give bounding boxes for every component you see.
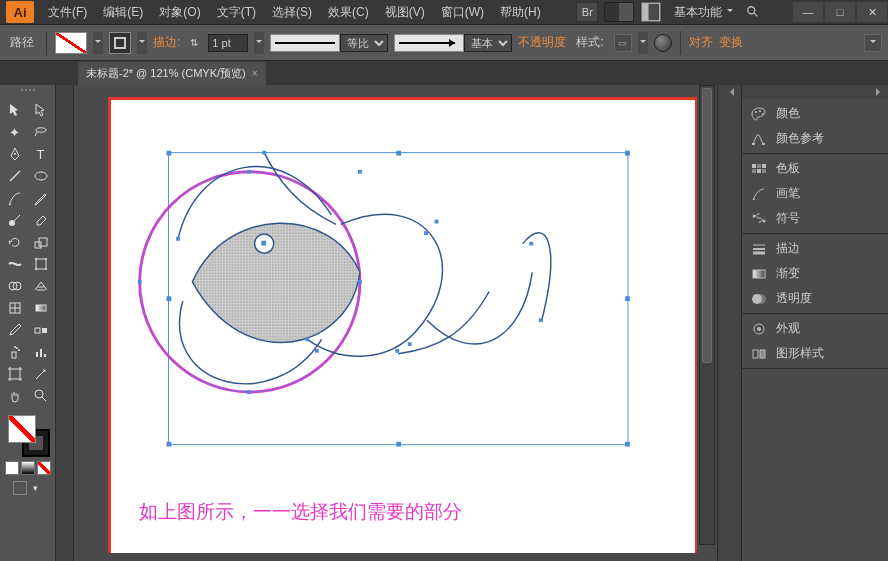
svg-rect-53 [305,337,309,341]
titlebar-widgets: Br 基本功能 [576,2,764,23]
stroke-weight-input[interactable] [208,34,248,52]
free-transform-tool[interactable] [29,253,53,275]
rotate-tool[interactable] [3,231,27,253]
close-button[interactable]: ✕ [857,2,887,22]
color-mode-icon[interactable] [5,461,19,475]
slice-tool[interactable] [29,363,53,385]
fill-stroke-indicator[interactable] [6,413,50,457]
search-icon[interactable] [742,2,764,22]
document-tab-title: 未标题-2* @ 121% (CMYK/预览) [86,66,246,81]
svg-rect-28 [40,349,42,357]
svg-rect-85 [760,350,765,358]
type-tool[interactable]: T [29,143,53,165]
paintbrush-tool[interactable] [3,187,27,209]
maximize-button[interactable]: □ [825,2,855,22]
direct-selection-tool[interactable] [29,99,53,121]
style-swatch[interactable]: ▭ [614,34,632,52]
panel-transparency[interactable]: 透明度 [742,286,888,311]
layout-menu-icon[interactable] [640,2,662,22]
panel-symbols[interactable]: 符号 [742,206,888,231]
document-tab[interactable]: 未标题-2* @ 121% (CMYK/预览) × [78,62,266,85]
screen-mode-dropdown[interactable]: ▾ [29,481,43,495]
gradient-mode-icon[interactable] [21,461,35,475]
app-logo[interactable]: Ai [6,1,34,23]
symbol-sprayer-tool[interactable] [3,341,27,363]
width-tool[interactable] [3,253,27,275]
svg-rect-10 [36,259,46,269]
panel-gradient[interactable]: 渐变 [742,261,888,286]
svg-rect-84 [753,350,758,358]
magic-wand-tool[interactable]: ✦ [3,121,27,143]
eyedropper-tool[interactable] [3,319,27,341]
svg-point-83 [757,327,761,331]
panel-brushes[interactable]: 画笔 [742,181,888,206]
style-dropdown[interactable] [638,32,648,54]
workspace-preset[interactable]: 基本功能 [668,2,736,23]
column-graph-tool[interactable] [29,341,53,363]
stroke-label[interactable]: 描边: [153,34,180,51]
hand-tool[interactable] [3,385,27,407]
stroke-swatch[interactable] [109,32,131,54]
scale-tool[interactable] [29,231,53,253]
opacity-label[interactable]: 不透明度 [518,34,566,51]
controlbar-menu-icon[interactable] [864,34,882,52]
recolor-icon[interactable] [654,34,672,52]
svg-point-81 [756,294,766,304]
menu-edit[interactable]: 编辑(E) [95,4,151,21]
fill-indicator[interactable] [8,415,36,443]
dock-collapse-icon[interactable] [718,85,741,99]
toolbox-collapse-strip[interactable] [56,85,74,561]
bridge-icon[interactable]: Br [576,2,598,22]
menu-help[interactable]: 帮助(H) [492,4,549,21]
panel-color-guide[interactable]: 颜色参考 [742,126,888,151]
arrange-docs-icon[interactable] [604,2,634,22]
align-label[interactable]: 对齐 [689,34,713,51]
fill-dropdown[interactable] [93,32,103,54]
panel-color[interactable]: 颜色 [742,101,888,126]
stroke-dropdown[interactable] [137,32,147,54]
window-controls: — □ ✕ [792,2,888,22]
blend-tool[interactable] [29,319,53,341]
width-profile-select[interactable]: 等比 [340,34,388,52]
menu-select[interactable]: 选择(S) [264,4,320,21]
eraser-tool[interactable] [29,209,53,231]
lasso-tool[interactable] [29,121,53,143]
menu-effect[interactable]: 效果(C) [320,4,377,21]
gradient-tool[interactable] [29,297,53,319]
pen-tool[interactable] [3,143,27,165]
stroke-weight-dropdown[interactable] [254,32,264,54]
menu-file[interactable]: 文件(F) [40,4,95,21]
minimize-button[interactable]: — [793,2,823,22]
panel-stroke[interactable]: 描边 [742,236,888,261]
blob-brush-tool[interactable] [3,209,27,231]
zoom-tool[interactable] [29,385,53,407]
panel-collapse-icon[interactable] [742,85,888,99]
panel-appearance[interactable]: 外观 [742,316,888,341]
perspective-grid-tool[interactable] [29,275,53,297]
panel-graphic-styles[interactable]: 图形样式 [742,341,888,366]
menu-window[interactable]: 窗口(W) [433,4,492,21]
none-mode-icon[interactable] [37,461,51,475]
stroke-weight-stepper-icon[interactable]: ⇅ [190,37,198,48]
selection-tool[interactable] [3,99,27,121]
artboard-tool[interactable] [3,363,27,385]
width-profile[interactable] [270,34,340,52]
toolbox-grip[interactable] [8,89,48,95]
scrollbar-vertical[interactable] [699,85,715,545]
brush-def-select[interactable]: 基本 [464,34,512,52]
screen-normal-icon[interactable] [13,481,27,495]
canvas[interactable]: 如上图所示，一一选择我们需要的部分 [74,85,717,561]
mesh-tool[interactable] [3,297,27,319]
brush-def[interactable] [394,34,464,52]
shape-builder-tool[interactable] [3,275,27,297]
fill-swatch[interactable] [55,32,87,54]
tab-close-icon[interactable]: × [252,68,258,79]
menu-view[interactable]: 视图(V) [377,4,433,21]
line-tool[interactable] [3,165,27,187]
menu-object[interactable]: 对象(O) [151,4,208,21]
pencil-tool[interactable] [29,187,53,209]
menu-type[interactable]: 文字(T) [209,4,264,21]
ellipse-tool[interactable] [29,165,53,187]
panel-swatches[interactable]: 色板 [742,156,888,181]
transform-label[interactable]: 变换 [719,34,743,51]
